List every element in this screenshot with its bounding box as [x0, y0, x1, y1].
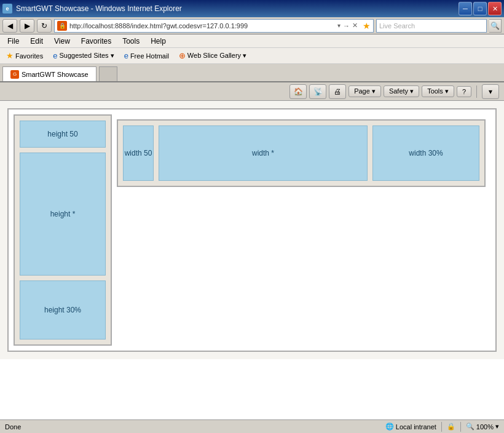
address-bar[interactable]: 🔒 http://localhost:8888/index.html?gwt.c…	[54, 19, 374, 33]
width-50-cell: width 50	[123, 125, 154, 181]
menu-file[interactable]: File	[2, 36, 24, 47]
favorites-label: Favorites	[15, 52, 43, 60]
tab-smartgwt[interactable]: G SmartGWT Showcase	[2, 66, 96, 81]
window-controls[interactable]: ─ □ ✕	[459, 2, 502, 15]
menu-help[interactable]: Help	[146, 36, 171, 47]
refresh-button[interactable]: ↻	[37, 19, 52, 33]
search-button[interactable]: 🔍	[489, 19, 502, 33]
suggested-sites-label: Suggested Sites ▾	[59, 52, 114, 60]
left-column: height 50 height * height 30%	[14, 114, 112, 346]
close-button[interactable]: ✕	[488, 2, 502, 15]
tab-bar: G SmartGWT Showcase	[0, 64, 504, 82]
main-toolbar: 🏠 📡 🖨 Page ▾ Safety ▾ Tools ▾ ? ▾	[0, 82, 504, 101]
width-star-cell: width *	[159, 125, 368, 181]
suggested-sites[interactable]: e Suggested Sites ▾	[50, 50, 116, 61]
menu-bar: File Edit View Favorites Tools Help	[0, 34, 504, 48]
height-30pct-cell: height 30%	[20, 280, 106, 340]
width-30pct-cell: width 30%	[372, 125, 479, 181]
back-button[interactable]: ◀	[2, 19, 17, 33]
main-content: height 50 height * height 30% width 50 w…	[0, 101, 504, 359]
dropdown-button[interactable]: ▾	[482, 84, 499, 99]
favorites-button[interactable]: ★ Favorites	[4, 50, 45, 61]
browser-icon: e	[2, 4, 12, 14]
height-50-cell: height 50	[20, 121, 106, 148]
forward-button[interactable]: ▶	[20, 19, 34, 33]
minimize-button[interactable]: ─	[459, 2, 472, 15]
title-bar: e SmartGWT Showcase - Windows Internet E…	[0, 0, 504, 17]
web-slice-gallery[interactable]: ⊕ Web Slice Gallery ▾	[176, 50, 249, 61]
window-title: SmartGWT Showcase - Windows Internet Exp…	[16, 4, 182, 13]
free-hotmail-label: Free Hotmail	[130, 52, 169, 60]
web-slice-gallery-label: Web Slice Gallery ▾	[187, 52, 246, 60]
nav-extras[interactable]: ✕	[352, 22, 358, 30]
tab-label: SmartGWT Showcase	[22, 71, 89, 78]
favorites-bar: ★ Favorites e Suggested Sites ▾ e Free H…	[0, 48, 504, 64]
address-dropdown-icon[interactable]: ▾	[337, 22, 341, 29]
new-tab-button[interactable]	[99, 66, 117, 81]
toolbar-divider	[476, 85, 477, 98]
slice-icon: ⊕	[179, 51, 186, 60]
nav-star[interactable]: ★	[363, 21, 371, 31]
free-hotmail[interactable]: e Free Hotmail	[122, 50, 171, 61]
help-button[interactable]: ?	[457, 86, 471, 97]
title-bar-left: e SmartGWT Showcase - Windows Internet E…	[2, 4, 182, 14]
favorites-star-icon: ★	[6, 51, 14, 60]
search-placeholder: Live Search	[379, 22, 415, 30]
page-button[interactable]: Page ▾	[348, 85, 381, 97]
menu-tools[interactable]: Tools	[117, 36, 144, 47]
right-area: width 50 width * width 30%	[112, 114, 490, 346]
tab-favicon: G	[10, 70, 19, 79]
nav-bar: ◀ ▶ ↻ 🔒 http://localhost:8888/index.html…	[0, 17, 504, 34]
print-button[interactable]: 🖨	[329, 84, 346, 99]
ie-icon-1: e	[53, 51, 57, 60]
address-text: http://localhost:8888/index.html?gwt.cod…	[69, 22, 248, 30]
home-button[interactable]: 🏠	[289, 84, 307, 99]
menu-edit[interactable]: Edit	[25, 36, 48, 47]
search-input[interactable]: Live Search	[376, 19, 487, 33]
rss-button[interactable]: 📡	[309, 84, 326, 99]
demo-container: height 50 height * height 30% width 50 w…	[7, 108, 497, 352]
maximize-button[interactable]: □	[473, 2, 487, 15]
page-icon: 🔒	[57, 21, 67, 31]
height-star-cell: height *	[20, 153, 106, 276]
tools-button[interactable]: Tools ▾	[422, 85, 454, 97]
top-row-container: width 50 width * width 30%	[117, 119, 486, 187]
menu-view[interactable]: View	[49, 36, 75, 47]
menu-favorites[interactable]: Favorites	[76, 36, 116, 47]
go-button[interactable]: →	[343, 22, 350, 30]
safety-button[interactable]: Safety ▾	[384, 85, 419, 97]
ie-icon-2: e	[124, 51, 128, 60]
